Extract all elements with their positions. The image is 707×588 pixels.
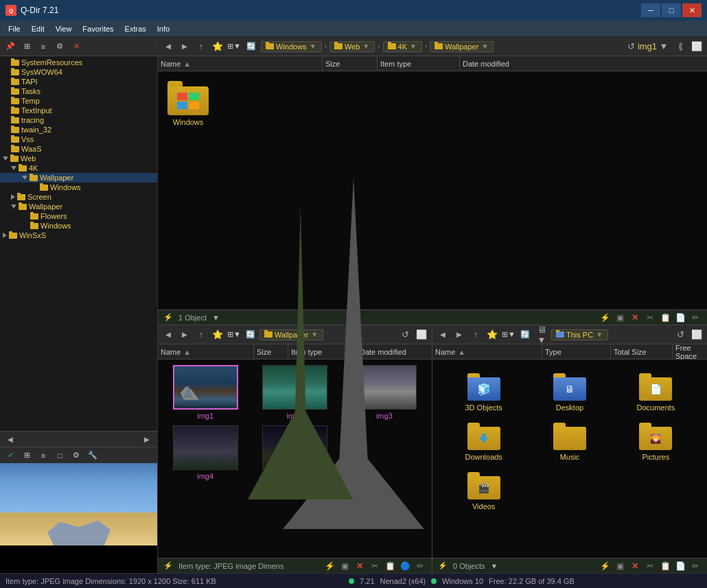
- tree-item-windows-wallpaper[interactable]: Windows: [0, 221, 157, 231]
- bl-status-btn2[interactable]: ▣: [338, 560, 351, 572]
- path-windows[interactable]: Windows ▼: [261, 41, 322, 52]
- path-web[interactable]: Web ▼: [329, 41, 375, 52]
- image-thumbnail-grid[interactable]: img1 img2 img3: [158, 360, 432, 558]
- bl-refresh-btn[interactable]: 🔄: [243, 327, 258, 342]
- bl-status-btn6[interactable]: ✏: [414, 560, 426, 572]
- br-path-btn[interactable]: 🖥▼: [534, 327, 549, 342]
- tree-item[interactable]: Windows: [0, 183, 157, 192]
- tree-item[interactable]: twain_32: [0, 125, 157, 134]
- tree-item-winsxs[interactable]: WinSxS: [0, 231, 157, 240]
- br-col-total-size[interactable]: Total Size: [611, 344, 673, 360]
- top-pane-dropdown-icon[interactable]: ▼: [212, 314, 220, 322]
- maximize-button[interactable]: □: [662, 3, 681, 17]
- tree-item[interactable]: 4K: [0, 163, 157, 173]
- tree-item-wallpaper-web[interactable]: Wallpaper: [0, 202, 157, 211]
- status-btn-5[interactable]: 📄: [674, 311, 686, 324]
- status-btn-6[interactable]: ✏: [689, 311, 702, 324]
- br-back-btn[interactable]: ◄: [435, 327, 450, 342]
- pc-item-documents[interactable]: 📄 Documents: [616, 371, 696, 414]
- img-prev-btn[interactable]: ⟪: [673, 39, 688, 54]
- tree-item[interactable]: Tasks: [0, 86, 157, 96]
- tree-item[interactable]: tracing: [0, 115, 157, 125]
- sidebar-close-button[interactable]: ✕: [69, 39, 84, 54]
- sidebar-grid-button[interactable]: ⊞: [19, 39, 34, 54]
- br-this-pc[interactable]: This PC ▼: [551, 329, 608, 340]
- status-close-btn[interactable]: ✕: [629, 311, 641, 324]
- bl-col-size[interactable]: Size: [254, 344, 288, 360]
- bl-col-date[interactable]: Date modified: [357, 344, 432, 360]
- bl-status-btn1[interactable]: ⚡: [323, 560, 336, 572]
- bl-status-btn3[interactable]: ✂: [369, 560, 381, 572]
- tree-item[interactable]: TextInput: [0, 106, 157, 115]
- tree-item[interactable]: Web: [0, 154, 157, 163]
- tree-item-flowers[interactable]: Flowers: [0, 211, 157, 221]
- bl-refresh2-btn[interactable]: ↺: [397, 327, 413, 342]
- br-status-btn3[interactable]: ✂: [644, 560, 656, 572]
- path-4k[interactable]: 4K ▼: [383, 41, 422, 52]
- col-size-header[interactable]: Size: [323, 56, 378, 71]
- bl-fav-btn[interactable]: ⭐: [210, 327, 225, 342]
- br-dropdown-icon[interactable]: ▼: [490, 562, 498, 570]
- bl-path-segment[interactable]: Wallpaper ▼: [259, 329, 323, 340]
- bl-expand-btn[interactable]: ⬜: [414, 327, 429, 342]
- tree-item-wallpaper-4k[interactable]: Wallpaper: [0, 173, 157, 183]
- br-col-name[interactable]: Name ▲: [432, 344, 542, 360]
- bl-status-btn5[interactable]: 🔵: [399, 560, 411, 572]
- thumbnail-img13[interactable]: img13: [253, 425, 336, 480]
- file-tree[interactable]: SystemResources SysWOW64 TAPI Tasks Temp: [0, 56, 157, 431]
- this-pc-grid[interactable]: 🧊 3D Objects 🖥 Desktop: [432, 360, 707, 558]
- br-refresh2-btn[interactable]: ↺: [673, 327, 688, 342]
- back-button[interactable]: ◄: [161, 39, 176, 54]
- status-btn-2[interactable]: ▣: [614, 311, 626, 324]
- minimize-button[interactable]: ─: [641, 3, 660, 17]
- top-pane-content[interactable]: Windows: [158, 71, 707, 309]
- br-status-btn4[interactable]: 📋: [659, 560, 671, 572]
- br-status-btn5[interactable]: 📄: [674, 560, 686, 572]
- view-btn[interactable]: ⊞▼: [227, 39, 242, 54]
- sidebar-left-button[interactable]: ◄: [3, 432, 18, 447]
- menu-file[interactable]: File: [3, 23, 26, 34]
- close-button[interactable]: ✕: [682, 3, 702, 17]
- tree-item[interactable]: Temp: [0, 96, 157, 106]
- pc-item-music[interactable]: ♪ Music: [529, 420, 610, 464]
- bl-view-btn[interactable]: ⊞▼: [227, 327, 242, 342]
- status-btn-1[interactable]: ⚡: [599, 311, 611, 324]
- br-forward-btn[interactable]: ►: [452, 327, 467, 342]
- pc-item-videos[interactable]: 🎬 Videos: [443, 469, 524, 513]
- tree-item[interactable]: Screen: [0, 192, 157, 202]
- sidebar-tb4[interactable]: □: [52, 448, 67, 463]
- br-refresh-btn[interactable]: 🔄: [518, 327, 533, 342]
- tree-item[interactable]: SysWOW64: [0, 67, 157, 77]
- up-button[interactable]: ↑: [194, 39, 209, 54]
- sidebar-tb3[interactable]: ≡: [36, 448, 51, 463]
- br-view-btn[interactable]: ⊞▼: [501, 327, 516, 342]
- col-date-header[interactable]: Date modified: [460, 56, 707, 71]
- bl-forward-btn[interactable]: ►: [177, 327, 192, 342]
- sidebar-check-button[interactable]: ✓: [3, 448, 18, 463]
- bl-status-close[interactable]: ✕: [354, 560, 366, 572]
- sidebar-tb6[interactable]: 🔧: [85, 448, 100, 463]
- bl-back-btn[interactable]: ◄: [161, 327, 176, 342]
- menu-info[interactable]: Info: [152, 23, 175, 34]
- img1-dropdown[interactable]: ▼: [656, 39, 671, 54]
- sidebar-pin-button[interactable]: 📌: [3, 39, 18, 54]
- menu-favorites[interactable]: Favorites: [77, 23, 119, 34]
- br-up-btn[interactable]: ↑: [468, 327, 483, 342]
- br-status-btn1[interactable]: ⚡: [599, 560, 611, 572]
- folder-item-windows[interactable]: Windows: [165, 78, 211, 129]
- sidebar-tb2[interactable]: ⊞: [19, 448, 34, 463]
- status-btn-3[interactable]: ✂: [644, 311, 656, 324]
- menu-view[interactable]: View: [50, 23, 78, 34]
- tree-item[interactable]: WaaS: [0, 144, 157, 154]
- tree-item[interactable]: TAPI: [0, 77, 157, 86]
- sidebar-options-button[interactable]: ⚙: [52, 39, 67, 54]
- path-wallpaper[interactable]: Wallpaper ▼: [430, 41, 494, 52]
- sidebar-right-button[interactable]: ►: [139, 432, 154, 447]
- br-expand-btn[interactable]: ⬜: [689, 327, 704, 342]
- br-fav-btn[interactable]: ⭐: [485, 327, 500, 342]
- br-status-btn6[interactable]: ✏: [689, 560, 702, 572]
- bl-up-btn[interactable]: ↑: [194, 327, 209, 342]
- tree-item[interactable]: Vss: [0, 134, 157, 144]
- br-col-type[interactable]: Type: [542, 344, 611, 360]
- thumbnail-img1[interactable]: img1: [163, 365, 247, 420]
